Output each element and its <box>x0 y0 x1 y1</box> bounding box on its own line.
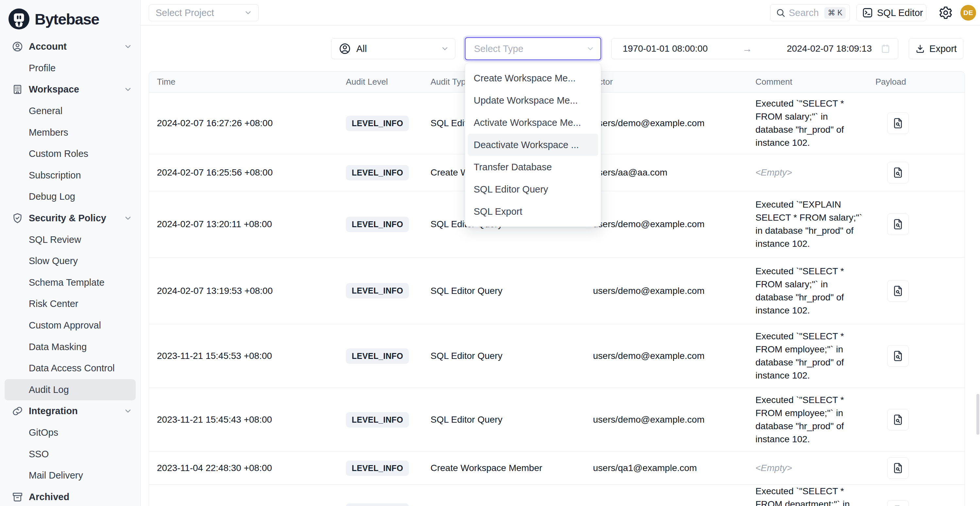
download-icon <box>915 44 925 54</box>
comment-text: Executed `"SELECT * FROM employee;"` in … <box>756 393 862 446</box>
payload-view-button[interactable] <box>887 280 909 302</box>
comment-empty: <Empty> <box>756 166 792 179</box>
comment-text: Executed `"SELECT * FROM employee;"` in … <box>756 330 862 382</box>
menu-item-sql-export[interactable]: SQL Export <box>468 200 598 223</box>
sidebar-item-schema-template[interactable]: Schema Template <box>5 272 136 294</box>
type-filter-placeholder: Select Type <box>474 43 523 54</box>
sidebar-item-gitops[interactable]: GitOps <box>5 422 136 444</box>
sidebar-item-label: Security & Policy <box>29 213 106 224</box>
comment-text: Executed `"SELECT * FROM salary;"` in da… <box>756 97 862 150</box>
bytebase-logo[interactable]: Bytebase <box>0 0 140 33</box>
actor-filter-value: All <box>356 43 367 54</box>
sidebar-item-archived[interactable]: Archived <box>5 486 136 506</box>
link-icon <box>12 405 23 417</box>
export-button[interactable]: Export <box>909 38 963 59</box>
cell-payload <box>867 324 965 388</box>
payload-view-button[interactable] <box>887 500 909 506</box>
sidebar-item-general[interactable]: General <box>5 100 136 122</box>
sidebar: Bytebase Account Profile Workspace Gener… <box>0 0 140 506</box>
avatar[interactable]: DE <box>960 5 976 21</box>
sidebar-item-label: Debug Log <box>29 191 75 202</box>
level-badge: LEVEL_INFO <box>346 283 409 298</box>
chevron-down-icon <box>124 407 132 415</box>
payload-view-button[interactable] <box>887 409 909 431</box>
sidebar-item-workspace[interactable]: Workspace <box>5 79 136 100</box>
scrollbar-thumb[interactable] <box>977 394 979 435</box>
cell-payload <box>867 154 965 191</box>
type-filter-select[interactable]: Select Type <box>465 37 601 60</box>
shield-check-icon <box>12 212 23 224</box>
sidebar-item-label: GitOps <box>29 427 58 438</box>
sql-editor-label: SQL Editor <box>877 8 923 18</box>
sidebar-item-mail-delivery[interactable]: Mail Delivery <box>5 465 136 486</box>
sidebar-item-security-policy[interactable]: Security & Policy <box>5 208 136 229</box>
type-filter-dropdown-menu: Create Workspace Me...Update Workspace M… <box>465 63 601 227</box>
file-search-icon <box>892 350 904 362</box>
search-input[interactable]: Search ⌘ K <box>770 4 850 21</box>
sidebar-item-slow-query[interactable]: Slow Query <box>5 250 136 272</box>
file-search-icon <box>892 462 904 474</box>
sidebar-item-data-access-control[interactable]: Data Access Control <box>5 358 136 379</box>
column-header-comment: Comment <box>748 72 867 92</box>
sidebar-item-label: Slow Query <box>29 256 78 266</box>
sql-editor-button[interactable]: SQL Editor <box>856 4 926 21</box>
payload-view-button[interactable] <box>887 213 909 235</box>
payload-view-button[interactable] <box>887 113 909 134</box>
sidebar-item-subscription[interactable]: Subscription <box>5 165 136 186</box>
sidebar-item-label: SQL Review <box>29 234 81 245</box>
cell-actor: users/demo@example.com <box>585 485 748 506</box>
sidebar-item-debug-log[interactable]: Debug Log <box>5 186 136 208</box>
actor-filter-select[interactable]: All <box>331 38 455 59</box>
cell-comment: Executed `"SELECT * FROM employee;"` in … <box>748 388 867 452</box>
sidebar-item-data-masking[interactable]: Data Masking <box>5 336 136 358</box>
sidebar-item-account[interactable]: Account <box>5 36 136 57</box>
cell-payload <box>867 191 965 257</box>
topbar: Select Project Search ⌘ K SQL Editor DE <box>140 0 980 25</box>
cell-actor: users/demo@example.com <box>585 388 748 452</box>
table-row: 2023-11-21 15:45:43 +08:00 LEVEL_INFO SQ… <box>149 388 965 452</box>
sidebar-item-sso[interactable]: SSO <box>5 443 136 465</box>
menu-item-create-workspace-me[interactable]: Create Workspace Me... <box>468 67 598 89</box>
sidebar-item-profile[interactable]: Profile <box>5 57 136 79</box>
sidebar-item-custom-roles[interactable]: Custom Roles <box>5 143 136 165</box>
sidebar-item-custom-approval[interactable]: Custom Approval <box>5 315 136 336</box>
payload-view-button[interactable] <box>887 162 909 183</box>
sidebar-item-members[interactable]: Members <box>5 122 136 143</box>
date-range-end[interactable]: 2024-02-07 18:09:13 <box>787 43 872 54</box>
cell-time: 2023-11-21 15:45:43 +08:00 <box>149 388 338 452</box>
menu-item-deactivate-workspace[interactable]: Deactivate Workspace ... <box>468 134 598 156</box>
cell-time: 2024-02-07 16:25:56 +08:00 <box>149 154 338 191</box>
date-range-start[interactable]: 1970-01-01 08:00:00 <box>623 43 708 54</box>
sidebar-item-label: Subscription <box>29 170 81 181</box>
menu-item-transfer-database[interactable]: Transfer Database <box>468 156 598 178</box>
sidebar-item-label: Schema Template <box>29 277 105 288</box>
sidebar-item-risk-center[interactable]: Risk Center <box>5 293 136 315</box>
cell-comment: <Empty> <box>748 452 867 484</box>
comment-text: Executed `"SELECT * FROM salary;"` in da… <box>756 265 862 317</box>
date-range-picker[interactable]: 1970-01-01 08:00:00 → 2024-02-07 18:09:1… <box>611 38 898 59</box>
payload-view-button[interactable] <box>887 345 909 367</box>
menu-item-sql-editor-query[interactable]: SQL Editor Query <box>468 178 598 200</box>
cell-audit-type: SQL Editor Query <box>423 388 585 452</box>
menu-item-update-workspace-me[interactable]: Update Workspace Me... <box>468 89 598 111</box>
project-select[interactable]: Select Project <box>149 4 259 21</box>
file-search-icon <box>892 167 904 178</box>
cell-actor: users/demo@example.com <box>585 92 748 154</box>
sidebar-item-sql-review[interactable]: SQL Review <box>5 229 136 250</box>
comment-empty: <Empty> <box>756 461 792 475</box>
menu-item-activate-workspace-me[interactable]: Activate Workspace Me... <box>468 111 598 134</box>
cell-comment: Executed `"EXPLAIN SELECT * FROM salary;… <box>748 191 867 257</box>
column-header-time: Time <box>149 72 338 92</box>
gear-icon[interactable] <box>939 6 953 20</box>
audit-log-page: All Select Type 1970-01-01 08:00:00 → 20… <box>140 25 980 506</box>
payload-view-button[interactable] <box>887 457 909 479</box>
cell-time: 2024-02-07 13:20:11 +08:00 <box>149 191 338 257</box>
table-row: 2024-02-07 13:19:53 +08:00 LEVEL_INFO SQ… <box>149 257 965 324</box>
sidebar-item-integration[interactable]: Integration <box>5 400 136 422</box>
file-search-icon <box>892 285 904 297</box>
sidebar-item-label: General <box>29 106 62 116</box>
cell-audit-type: SQL Editor Query <box>423 258 585 324</box>
sidebar-item-audit-log[interactable]: Audit Log <box>5 379 136 401</box>
level-badge: LEVEL_INFO <box>346 461 409 476</box>
column-header-payload: Payload <box>867 72 965 92</box>
